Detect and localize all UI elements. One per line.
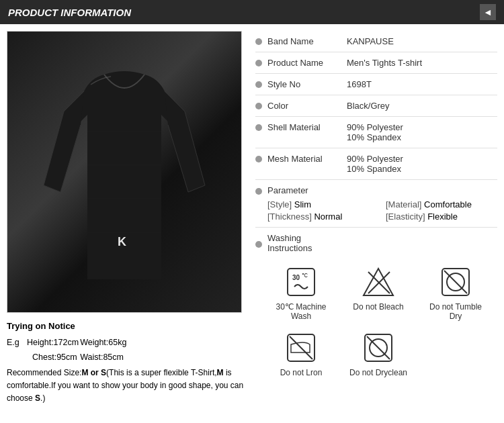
wash4-label: Do not Lron <box>280 368 323 377</box>
svg-line-14 <box>367 336 390 359</box>
notice-waist: Waist:85cm <box>80 350 132 364</box>
product-image-box: K <box>7 31 242 313</box>
shell-material-row: Shell Material 90% Polyester 10% Spandex <box>255 117 497 148</box>
product-name-row: Product Name Men's Tights T-shirt <box>255 52 497 74</box>
color-label: Color <box>267 101 341 111</box>
parameter-row: Parameter [Style] Slim [Material] Comfor… <box>255 180 497 228</box>
bullet-product <box>255 60 262 66</box>
param-material-val: Comfortable <box>424 199 472 209</box>
param-grid: [Style] Slim [Material] Comfortable [Thi… <box>267 199 497 222</box>
param-style: [Style] Slim <box>267 199 379 209</box>
style-no-row: Style No 1698T <box>255 74 497 95</box>
bullet-parameter <box>255 188 262 195</box>
svg-text:℃: ℃ <box>302 273 308 279</box>
page-title: PRODUCT INFORMATION <box>8 7 131 18</box>
param-elasticity-val: Flexible <box>427 211 458 222</box>
header-back-icon[interactable]: ◄ <box>480 4 496 20</box>
shell-material-value: 90% Polyester 10% Spandex <box>347 122 497 142</box>
bullet-washing <box>255 241 262 248</box>
color-row: Color Black/Grey <box>255 95 497 117</box>
wash3-label: Do not Tumble Dry <box>422 302 489 321</box>
parameter-label: Parameter <box>267 185 341 195</box>
washing-label: Washing Instructions <box>267 233 341 253</box>
wash5-label: Do not Dryclean <box>349 368 407 377</box>
washing-row: Washing Instructions 30 ℃ 30℃ Machine Wa… <box>255 228 497 383</box>
style-no-label: Style No <box>267 79 341 89</box>
param-elasticity-key: [Elasticity] <box>386 211 425 222</box>
page-header: PRODUCT INFORMATION ◄ <box>0 0 504 24</box>
brand-name-value: KANPAUSE <box>347 36 497 46</box>
mesh-material-row: Mesh Material 90% Polyester 10% Spandex <box>255 148 497 180</box>
bullet-color <box>255 103 262 109</box>
param-style-key: [Style] <box>267 199 292 209</box>
notice-eg-label: E.g <box>7 336 24 364</box>
svg-text:30: 30 <box>292 274 300 281</box>
svg-rect-1 <box>288 269 314 295</box>
wash-dryclean-item: Do not Dryclean <box>345 331 412 377</box>
param-thickness-val: Normal <box>314 211 342 222</box>
main-content: K Trying on Notice E.g Height:172cm Weig… <box>0 24 504 412</box>
wash-dryclean-icon <box>362 331 395 365</box>
param-elasticity: [Elasticity] Flexible <box>386 211 497 222</box>
notice-dimensions: Height:172cm Weight:65kg Chest:95cm Wais… <box>27 336 132 364</box>
mesh-material-label: Mesh Material <box>267 154 341 164</box>
product-name-value: Men's Tights T-shirt <box>347 58 497 68</box>
parameter-details: [Style] Slim [Material] Comfortable [Thi… <box>255 199 497 222</box>
param-thickness: [Thickness] Normal <box>267 211 379 222</box>
wash-machine-icon: 30 ℃ <box>284 265 318 299</box>
brand-name-row: Band Name KANPAUSE <box>255 31 497 52</box>
color-value: Black/Grey <box>347 101 497 111</box>
svg-line-9 <box>444 271 467 293</box>
product-image: K <box>7 32 241 312</box>
svg-text:K: K <box>118 235 126 248</box>
wash-tumble-item: Do not Tumble Dry <box>422 265 489 321</box>
bullet-style <box>255 81 262 88</box>
wash-iron-icon <box>284 331 318 365</box>
notice-weight: Weight:65kg <box>80 336 132 349</box>
washing-icons-container: 30 ℃ 30℃ Machine Wash Do not Bleach <box>255 265 497 377</box>
wash-bleach-item: Do not Bleach <box>345 265 412 312</box>
notice-title: Trying on Notice <box>7 320 245 334</box>
recommended-size-text: Recommended Size:M or S(This is a super … <box>7 367 245 406</box>
param-material-key: [Material] <box>386 199 421 209</box>
bullet-shell <box>255 124 262 131</box>
param-material: [Material] Comfortable <box>386 199 497 209</box>
style-no-value: 1698T <box>347 79 497 89</box>
notice-height: Height:172cm <box>27 336 79 349</box>
notice-chest: Chest:95cm <box>27 350 79 364</box>
brand-name-label: Band Name <box>267 36 341 46</box>
bullet-brand <box>255 38 262 45</box>
wash-tumble-icon <box>439 265 472 299</box>
wash-iron-item: Do not Lron <box>267 331 335 377</box>
param-thickness-key: [Thickness] <box>267 211 312 222</box>
product-name-label: Product Name <box>267 58 341 68</box>
notice-eg-row: E.g Height:172cm Weight:65kg Chest:95cm … <box>7 336 245 364</box>
right-panel: Band Name KANPAUSE Product Name Men's Ti… <box>252 31 497 405</box>
left-panel: K Trying on Notice E.g Height:172cm Weig… <box>7 31 245 405</box>
wash1-label: 30℃ Machine Wash <box>267 302 335 321</box>
param-style-val: Slim <box>294 199 311 209</box>
wash-bleach-icon <box>362 265 395 299</box>
wash-machine-item: 30 ℃ 30℃ Machine Wash <box>267 265 335 321</box>
svg-line-11 <box>290 336 312 359</box>
mesh-material-value: 90% Polyester 10% Spandex <box>347 154 497 174</box>
wash2-label: Do not Bleach <box>353 302 403 312</box>
trying-on-notice: Trying on Notice E.g Height:172cm Weight… <box>7 320 245 405</box>
shell-material-label: Shell Material <box>267 122 341 132</box>
bullet-mesh <box>255 156 262 162</box>
